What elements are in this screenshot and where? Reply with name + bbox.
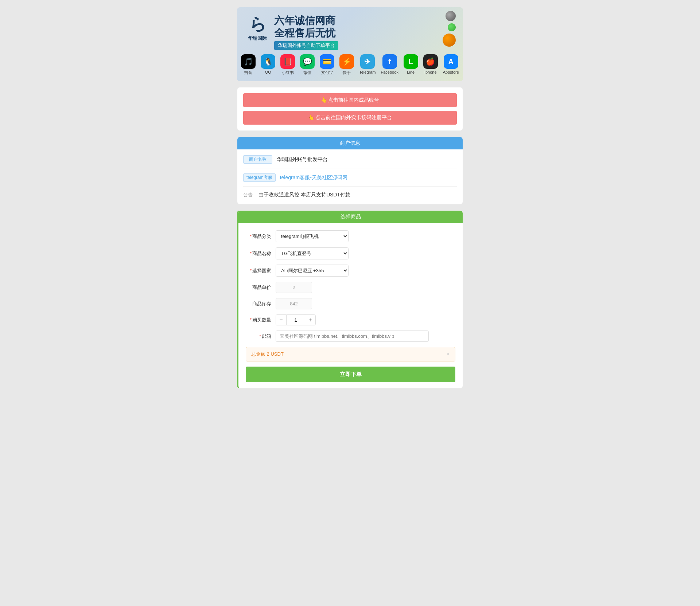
- app-icon-circle-qq: 🐧: [261, 54, 275, 69]
- country-select[interactable]: AL/阿尔巴尼亚 +355CN/中国 +86US/美国 +1UK/英国 +44: [276, 265, 349, 277]
- qty-decrease-button[interactable]: −: [276, 314, 287, 325]
- product-card: 选择商品 *商品分类 telegram电报飞机微信账号QQ账号抖音账号小红书账号…: [237, 210, 463, 388]
- required-star-name: *: [250, 251, 252, 256]
- merchant-telegram-row: telegram客服 telegram客服-天美社区源码网: [243, 173, 457, 187]
- total-bar: 总金额 2 USDT ×: [246, 347, 455, 361]
- required-star-category: *: [250, 234, 252, 239]
- app-icon-telegram[interactable]: ✈Telegram: [359, 54, 376, 75]
- merchant-name-label: 商户名称: [243, 155, 272, 164]
- announce-btn-domestic[interactable]: 👆 点击前往国内成品账号: [243, 93, 457, 107]
- planet-orange: [443, 34, 456, 47]
- app-icon-label-kuaishou: 快手: [343, 70, 351, 75]
- app-icon-douyin[interactable]: 🎵抖音: [241, 54, 256, 75]
- banner-subtitle: 华瑞国外账号自助下单平台: [274, 41, 338, 50]
- stock-input: [276, 298, 312, 309]
- stock-group: 商品库存: [246, 298, 455, 309]
- qty-increase-button[interactable]: +: [305, 314, 316, 325]
- app-icon-circle-xiaohongshu: 📕: [280, 54, 295, 69]
- qty-label: *购买数量: [246, 317, 271, 323]
- banner-title-main: 六年诚信网商 全程售后无忧: [274, 15, 452, 39]
- app-icon-label-wechat: 微信: [303, 70, 311, 75]
- app-icon-circle-facebook: f: [382, 54, 397, 69]
- app-icon-iphone[interactable]: 🍎Iphone: [423, 54, 438, 75]
- logo-icon: ら: [248, 15, 267, 34]
- app-icon-qq[interactable]: 🐧QQ: [261, 54, 275, 75]
- app-icon-appstore[interactable]: AAppstore: [443, 54, 459, 75]
- main-container: ら 华瑞国际 六年诚信网商 全程售后无忧 华瑞国外账号自助下单平台 🎵抖音🐧QQ…: [237, 7, 463, 388]
- svg-text:ら: ら: [249, 15, 267, 34]
- announce-btn-overseas[interactable]: 👆 点击前往国内外实卡接码注册平台: [243, 111, 457, 125]
- merchant-name-row: 商户名称 华瑞国外账号批发平台: [243, 155, 457, 168]
- merchant-notice-value: 由于收款通道风控 本店只支持USDT付款: [258, 192, 350, 198]
- app-icon-label-telegram: Telegram: [359, 70, 376, 74]
- price-label: 商品单价: [246, 284, 271, 291]
- banner-planets: [443, 11, 456, 47]
- banner-logo: ら 华瑞国际: [248, 15, 267, 42]
- product-section-body: *商品分类 telegram电报飞机微信账号QQ账号抖音账号小红书账号 *商品名…: [238, 223, 463, 388]
- merchant-section-header: 商户信息: [237, 137, 463, 149]
- product-name-group: *商品名称 TG飞机直登号TG飞机老号TG飞机新号: [246, 247, 455, 259]
- app-icon-label-line: Line: [407, 70, 415, 74]
- merchant-card: 商户信息 商户名称 华瑞国外账号批发平台 telegram客服 telegram…: [237, 137, 463, 204]
- merchant-notice-label: 公告: [243, 192, 254, 198]
- app-icon-circle-appstore: A: [444, 54, 458, 69]
- category-select[interactable]: telegram电报飞机微信账号QQ账号抖音账号小红书账号: [276, 230, 349, 242]
- product-name-select[interactable]: TG飞机直登号TG飞机老号TG飞机新号: [276, 247, 349, 259]
- price-input: [276, 282, 312, 293]
- required-star-qty: *: [250, 317, 252, 322]
- app-icon-circle-line: L: [404, 54, 418, 69]
- merchant-notice-row: 公告 由于收款通道风控 本店只支持USDT付款: [243, 192, 457, 198]
- merchant-name-value: 华瑞国外账号批发平台: [277, 156, 328, 163]
- app-icon-circle-douyin: 🎵: [241, 54, 256, 69]
- app-icon-label-facebook: Facebook: [381, 70, 398, 74]
- app-icon-label-xiaohongshu: 小红书: [282, 70, 294, 75]
- app-icon-label-appstore: Appstore: [443, 70, 459, 74]
- category-label: *商品分类: [246, 233, 271, 240]
- product-section-header: 选择商品: [238, 211, 463, 223]
- required-star-country: *: [250, 268, 252, 273]
- qty-control: − +: [276, 314, 316, 325]
- app-icon-label-qq: QQ: [265, 70, 271, 74]
- total-label: 总金额 2 USDT: [251, 351, 284, 357]
- logo-text: 华瑞国际: [248, 35, 267, 42]
- app-icon-label-alipay: 支付宝: [321, 70, 333, 75]
- merchant-telegram-label: telegram客服: [243, 173, 276, 182]
- email-label: *邮箱: [246, 333, 271, 340]
- planet-gray: [446, 11, 456, 21]
- app-icon-label-iphone: Iphone: [424, 70, 437, 74]
- qty-group: *购买数量 − +: [246, 314, 455, 325]
- email-input[interactable]: [276, 331, 429, 342]
- app-icon-xiaohongshu[interactable]: 📕小红书: [280, 54, 295, 75]
- qty-input[interactable]: [287, 314, 305, 325]
- app-icon-circle-telegram: ✈: [360, 54, 375, 69]
- category-group: *商品分类 telegram电报飞机微信账号QQ账号抖音账号小红书账号: [246, 230, 455, 242]
- price-group: 商品单价: [246, 282, 455, 293]
- stock-label: 商品库存: [246, 301, 271, 307]
- app-icon-line[interactable]: LLine: [404, 54, 418, 75]
- merchant-section-body: 商户名称 华瑞国外账号批发平台 telegram客服 telegram客服-天美…: [237, 149, 463, 204]
- app-icons-row: 🎵抖音🐧QQ📕小红书💬微信💳支付宝⚡快手✈TelegramfFacebookLL…: [248, 54, 452, 75]
- banner-header: ら 华瑞国际 六年诚信网商 全程售后无忧 华瑞国外账号自助下单平台: [248, 15, 452, 50]
- app-icon-facebook[interactable]: fFacebook: [381, 54, 398, 75]
- required-star-email: *: [259, 333, 261, 339]
- country-group: *选择国家 AL/阿尔巴尼亚 +355CN/中国 +86US/美国 +1UK/英…: [246, 265, 455, 277]
- app-icon-kuaishou[interactable]: ⚡快手: [339, 54, 354, 75]
- app-icon-label-douyin: 抖音: [244, 70, 252, 75]
- banner: ら 华瑞国际 六年诚信网商 全程售后无忧 华瑞国外账号自助下单平台 🎵抖音🐧QQ…: [237, 7, 463, 81]
- planet-green: [448, 23, 456, 31]
- app-icon-alipay[interactable]: 💳支付宝: [320, 54, 334, 75]
- total-close-button[interactable]: ×: [447, 351, 450, 357]
- announce-section: 👆 点击前往国内成品账号 👆 点击前往国内外实卡接码注册平台: [237, 87, 463, 131]
- app-icon-circle-iphone: 🍎: [423, 54, 438, 69]
- email-group: *邮箱: [246, 331, 455, 342]
- banner-title-block: 六年诚信网商 全程售后无忧 华瑞国外账号自助下单平台: [274, 15, 452, 50]
- merchant-telegram-value[interactable]: telegram客服-天美社区源码网: [280, 175, 347, 181]
- app-icon-circle-wechat: 💬: [300, 54, 315, 69]
- app-icon-circle-kuaishou: ⚡: [339, 54, 354, 69]
- country-label: *选择国家: [246, 267, 271, 274]
- app-icon-circle-alipay: 💳: [320, 54, 334, 69]
- product-name-label: *商品名称: [246, 250, 271, 257]
- app-icon-wechat[interactable]: 💬微信: [300, 54, 315, 75]
- submit-button[interactable]: 立即下单: [246, 367, 455, 382]
